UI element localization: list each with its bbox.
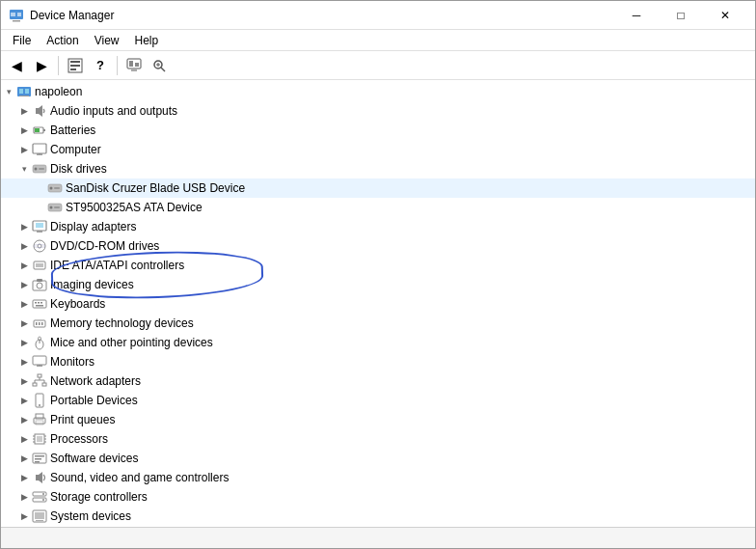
batteries-icon bbox=[32, 123, 47, 138]
update-driver-button[interactable] bbox=[122, 54, 146, 77]
audio-label: Audio inputs and outputs bbox=[50, 104, 177, 118]
expander-icon: ▶ bbox=[16, 258, 32, 273]
disk-drives-icon bbox=[32, 161, 47, 177]
svg-rect-84 bbox=[35, 458, 41, 460]
expander-icon: ▶ bbox=[16, 277, 32, 292]
close-button[interactable]: ✕ bbox=[703, 1, 747, 30]
menu-view[interactable]: View bbox=[87, 32, 127, 49]
menu-action[interactable]: Action bbox=[39, 32, 86, 49]
svg-rect-49 bbox=[38, 302, 40, 304]
svg-rect-38 bbox=[36, 223, 43, 228]
menu-help[interactable]: Help bbox=[127, 32, 167, 49]
expander-icon: ▶ bbox=[16, 431, 32, 447]
svg-rect-23 bbox=[35, 128, 40, 132]
audio-icon bbox=[32, 103, 47, 119]
root-icon bbox=[16, 84, 32, 99]
network-label: Network adapters bbox=[50, 374, 141, 388]
list-item[interactable]: ▶ Network adapters bbox=[1, 371, 755, 391]
list-item[interactable]: ▶ Memory technology devices bbox=[1, 314, 755, 333]
svg-rect-85 bbox=[35, 461, 40, 463]
svg-point-70 bbox=[39, 404, 40, 406]
svg-point-41 bbox=[34, 245, 45, 248]
maximize-button[interactable]: □ bbox=[659, 1, 703, 30]
list-item[interactable]: ▶ Imaging devices bbox=[1, 275, 755, 294]
tree-root[interactable]: ▾ napoleon bbox=[1, 82, 755, 101]
system-icon bbox=[32, 508, 47, 524]
monitors-label: Monitors bbox=[50, 355, 94, 369]
expander-icon: ▶ bbox=[16, 470, 32, 485]
toolbar-separator-2 bbox=[117, 56, 118, 75]
list-item[interactable]: ▶ Processors bbox=[1, 429, 755, 449]
keyboard-icon bbox=[32, 296, 47, 312]
storage-label: Storage controllers bbox=[50, 490, 148, 504]
svg-point-31 bbox=[50, 187, 53, 190]
properties-button[interactable] bbox=[64, 54, 87, 77]
svg-rect-3 bbox=[17, 13, 21, 16]
list-item[interactable]: ▾ Disk drives bbox=[1, 159, 755, 178]
list-item[interactable]: ▶ Mice and other pointing devices bbox=[1, 333, 755, 352]
svg-rect-5 bbox=[70, 61, 80, 63]
scan-button[interactable] bbox=[148, 54, 171, 77]
list-item[interactable]: ▶ Print queues bbox=[1, 410, 755, 429]
svg-point-45 bbox=[37, 283, 42, 288]
svg-rect-51 bbox=[36, 305, 43, 307]
svg-point-39 bbox=[34, 240, 45, 252]
svg-rect-19 bbox=[19, 96, 29, 96]
list-item[interactable]: ▶ Storage controllers bbox=[1, 487, 755, 507]
list-item[interactable]: ▶ Audio inputs and outputs bbox=[1, 101, 755, 121]
menu-file[interactable]: File bbox=[5, 32, 39, 49]
help-button[interactable]: ? bbox=[89, 54, 112, 77]
list-item[interactable]: ▶ Batteries bbox=[1, 121, 755, 140]
svg-rect-18 bbox=[25, 89, 29, 94]
list-item[interactable]: ▶ Keyboards bbox=[1, 294, 755, 314]
expander-icon: ▶ bbox=[16, 335, 32, 350]
list-item[interactable]: ▶ Portable Devices bbox=[1, 391, 755, 410]
system-label: System devices bbox=[50, 509, 131, 523]
list-item[interactable]: ▶ DVD/CD-ROM drives bbox=[1, 236, 755, 256]
mice-icon bbox=[32, 335, 47, 350]
svg-rect-53 bbox=[36, 322, 38, 325]
svg-rect-93 bbox=[36, 520, 43, 521]
expander-icon: ▶ bbox=[16, 508, 32, 524]
svg-rect-29 bbox=[39, 168, 44, 170]
svg-rect-63 bbox=[33, 383, 37, 386]
back-button[interactable]: ◀ bbox=[5, 54, 28, 77]
svg-rect-75 bbox=[37, 436, 42, 442]
expander-icon: ▶ bbox=[16, 393, 32, 408]
list-item[interactable]: ▶ Universal Serial Bus controllers bbox=[1, 526, 755, 527]
svg-rect-59 bbox=[33, 356, 46, 365]
processors-label: Processors bbox=[50, 432, 108, 446]
list-item[interactable]: ▶ Sound, video and game controllers bbox=[1, 468, 755, 487]
display-label: Display adapters bbox=[50, 220, 136, 233]
expander-icon: ▶ bbox=[16, 219, 32, 234]
list-item[interactable]: ▶ Computer bbox=[1, 140, 755, 159]
print-icon bbox=[32, 412, 47, 427]
svg-rect-10 bbox=[135, 63, 139, 67]
ata-icon bbox=[47, 200, 63, 215]
svg-line-13 bbox=[161, 68, 165, 71]
expander-icon: ▾ bbox=[16, 161, 32, 177]
batteries-label: Batteries bbox=[50, 124, 95, 137]
svg-rect-24 bbox=[33, 144, 46, 153]
imaging-icon bbox=[32, 277, 47, 292]
software-label: Software devices bbox=[50, 452, 138, 465]
print-label: Print queues bbox=[50, 413, 115, 426]
list-item[interactable]: ▶ SanDisk Cruzer Blade USB Device bbox=[1, 178, 755, 198]
svg-rect-32 bbox=[54, 187, 60, 189]
computer-label: Computer bbox=[50, 143, 101, 156]
list-item[interactable]: ▶ Display adapters bbox=[1, 217, 755, 236]
portable-label: Portable Devices bbox=[50, 394, 138, 407]
list-item[interactable]: ▶ Software devices bbox=[1, 449, 755, 468]
root-expander: ▾ bbox=[1, 84, 16, 99]
list-item[interactable]: ▶ Monitors bbox=[1, 352, 755, 371]
list-item[interactable]: ▶ ST9500325AS ATA Device bbox=[1, 198, 755, 217]
memory-icon bbox=[32, 316, 47, 331]
window-controls: ─ □ ✕ bbox=[614, 1, 747, 30]
portable-icon bbox=[32, 393, 47, 408]
list-item[interactable]: ▶ System devices bbox=[1, 507, 755, 526]
list-item[interactable]: ▶ IDE ATA/ATAPI controllers bbox=[1, 256, 755, 275]
svg-rect-46 bbox=[37, 279, 42, 282]
svg-point-28 bbox=[35, 168, 38, 171]
minimize-button[interactable]: ─ bbox=[614, 1, 659, 30]
forward-button[interactable]: ▶ bbox=[30, 54, 53, 77]
